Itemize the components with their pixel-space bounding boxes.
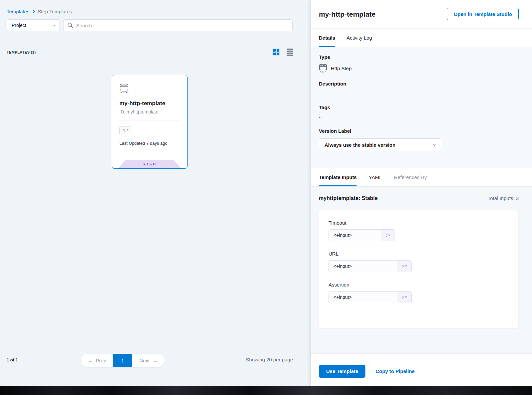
step-type-ribbon: STEP — [118, 160, 181, 168]
card-divider — [119, 120, 180, 120]
pagination-row: 1 of 1 ← Prev 1 Next → Showing 20 per pa… — [0, 353, 311, 367]
tab-template-inputs[interactable]: Template Inputs — [319, 168, 357, 186]
details-footer: Use Template Copy to Pipeline — [311, 353, 532, 386]
per-page-label: Showing 20 per page — [246, 357, 293, 362]
runtime-input-sigma-icon[interactable]: Σˣ — [381, 230, 395, 241]
search-input[interactable] — [76, 23, 288, 28]
template-card-id: ID: myhttptemplate — [119, 109, 180, 114]
runtime-input-sigma-icon[interactable]: Σˣ — [397, 292, 411, 303]
search-icon — [67, 23, 73, 28]
current-page-button[interactable]: 1 — [113, 354, 132, 367]
tags-value: - — [319, 114, 519, 120]
last-updated-label: Last Updated 7 days ago — [119, 141, 180, 146]
next-page-button[interactable]: Next → — [132, 354, 165, 367]
inputs-tab-bar: Template Inputs YAML Referenced By — [311, 168, 532, 187]
url-input[interactable]: <+input> — [329, 261, 397, 272]
panel-title: my-http-template — [319, 10, 375, 18]
list-view-icon[interactable] — [287, 49, 293, 56]
page-summary: 1 of 1 — [7, 357, 18, 362]
type-label: Type — [319, 54, 519, 60]
assertion-field: <+input> Σˣ — [329, 291, 412, 303]
tab-yaml[interactable]: YAML — [369, 168, 382, 186]
details-header: my-http-template Open in Template Studio — [311, 0, 532, 29]
scope-select-value: Project — [12, 23, 26, 28]
tab-details[interactable]: Details — [319, 29, 335, 47]
input-group-url: URL <+input> Σˣ — [329, 251, 509, 272]
prev-page-button[interactable]: ← Prev — [81, 354, 113, 367]
tab-referenced-by[interactable]: Referenced By — [394, 168, 427, 186]
breadcrumb-current: Step Templates — [38, 9, 72, 14]
copy-to-pipeline-link[interactable]: Copy to Pipeline — [375, 368, 415, 374]
version-label-value: Always use the stable version — [325, 142, 395, 148]
timeout-field: <+input> Σˣ — [329, 229, 395, 241]
arrow-left-icon: ← — [88, 358, 93, 363]
templates-list-panel: Templates Step Templates Project TEMPLAT… — [0, 0, 311, 386]
chevron-down-icon — [433, 143, 437, 146]
inputs-heading: myhttptemplate: Stable — [319, 195, 378, 201]
input-group-assertion: Assertion <+input> Σˣ — [329, 282, 509, 303]
use-template-button[interactable]: Use Template — [319, 365, 365, 378]
timeout-label: Timeout — [329, 220, 509, 226]
total-inputs-label: Total Inputs: 3 — [488, 195, 519, 201]
desktop-background-strip — [0, 386, 532, 395]
timeout-input[interactable]: <+input> — [329, 230, 381, 241]
open-in-template-studio-button[interactable]: Open in Template Studio — [447, 8, 519, 20]
scope-select[interactable]: Project — [7, 19, 60, 31]
http-step-icon — [119, 83, 129, 94]
assertion-label: Assertion — [329, 282, 509, 288]
type-value-row: Http Step — [319, 64, 519, 73]
breadcrumb: Templates Step Templates — [7, 9, 72, 14]
inputs-card: Timeout <+input> Σˣ URL <+input> Σˣ Asse… — [319, 210, 519, 328]
runtime-input-sigma-icon[interactable]: Σˣ — [397, 261, 411, 272]
tags-label: Tags — [319, 104, 519, 110]
details-content: Type Http Step Description - Tags - Vers… — [311, 47, 532, 168]
version-label-label: Version Label — [319, 128, 519, 134]
description-label: Description — [319, 81, 519, 87]
template-inputs-content: myhttptemplate: Stable Total Inputs: 3 T… — [311, 187, 532, 353]
url-field: <+input> Σˣ — [329, 260, 412, 272]
http-step-icon — [319, 64, 327, 73]
version-badge: 1.2 — [119, 126, 132, 135]
tab-activity-log[interactable]: Activity Log — [346, 29, 372, 47]
input-group-timeout: Timeout <+input> Σˣ — [329, 220, 509, 241]
template-card[interactable]: my-http-template ID: myhttptemplate 1.2 … — [112, 75, 188, 169]
chevron-down-icon — [52, 23, 56, 27]
breadcrumb-chevron-icon — [32, 10, 35, 13]
type-value: Http Step — [331, 66, 352, 71]
view-toggles — [273, 49, 293, 56]
breadcrumb-templates-link[interactable]: Templates — [7, 9, 29, 14]
pagination: ← Prev 1 Next → — [81, 354, 165, 367]
description-value: - — [319, 91, 519, 97]
filter-row: Project — [7, 19, 293, 31]
details-tab-bar: Details Activity Log — [311, 29, 532, 47]
grid-view-icon[interactable] — [273, 49, 279, 55]
version-label-select[interactable]: Always use the stable version — [319, 138, 441, 151]
template-card-title: my-http-template — [119, 100, 180, 107]
search-box — [63, 19, 293, 31]
templates-count-label: TEMPLATES (1) — [7, 50, 36, 54]
app-window: Templates Step Templates Project TEMPLAT… — [0, 0, 532, 386]
arrow-right-icon: → — [153, 358, 158, 363]
list-header: TEMPLATES (1) — [7, 49, 293, 56]
inputs-heading-row: myhttptemplate: Stable Total Inputs: 3 — [319, 195, 519, 201]
template-details-panel: my-http-template Open in Template Studio… — [311, 0, 532, 386]
assertion-input[interactable]: <+input> — [329, 292, 397, 303]
url-label: URL — [329, 251, 509, 257]
